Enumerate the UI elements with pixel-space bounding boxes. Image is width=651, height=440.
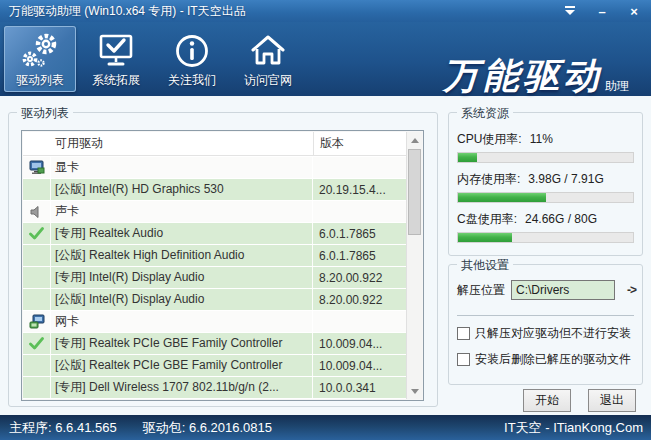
header-available-drivers: 可用驱动	[51, 132, 314, 155]
driver-name: [专用] Intel(R) Display Audio	[51, 267, 313, 288]
table-row[interactable]: 网卡	[23, 311, 406, 333]
delete-after-install-checkbox[interactable]	[457, 353, 470, 366]
cpu-usage-bar	[457, 152, 634, 163]
logo-suffix-text: 助理	[605, 79, 629, 93]
table-row[interactable]: 声卡	[23, 201, 406, 223]
speaker-icon	[23, 201, 51, 222]
table-row[interactable]: [专用] Dell Wireless 1707 802.11b/g/n (2..…	[23, 377, 406, 399]
table-row[interactable]: [公版] Intel(R) Display Audio8.20.00.922	[23, 289, 406, 311]
delete-after-install-option[interactable]: 安装后删除已解压的驱动文件	[457, 351, 631, 368]
category-name: 声卡	[51, 201, 313, 222]
home-icon	[248, 32, 288, 70]
settings-divider	[457, 315, 634, 316]
driver-table: 可用驱动 版本 显卡[公版] Intel(R) HD Graphics 5302…	[21, 130, 424, 401]
driver-version	[313, 201, 406, 222]
driver-name: [专用] Dell Wireless 1707 802.11b/g/n (2..…	[51, 377, 313, 398]
toolbar-item-label: 关注我们	[168, 72, 216, 89]
table-row[interactable]: [专用] Realtek PCIe GBE Family Controller1…	[23, 333, 406, 355]
memory-usage-bar	[457, 192, 634, 203]
driver-version	[313, 311, 406, 332]
main-program-version: 主程序: 6.6.41.565	[9, 419, 117, 437]
check-icon	[23, 333, 51, 354]
driver-list-group-title: 驱动列表	[17, 105, 73, 122]
driver-pack-version: 驱动包: 6.6.2016.0815	[143, 419, 272, 437]
check-icon	[23, 223, 51, 244]
extract-location-label: 解压位置	[457, 282, 505, 299]
driver-name: [专用] Realtek Audio	[51, 223, 313, 244]
cdrive-usage-value: 24.66G / 80G	[525, 212, 597, 226]
system-resources-group-title: 系统资源	[457, 105, 513, 122]
start-button[interactable]: 开始	[523, 389, 571, 412]
row-icon-placeholder	[23, 377, 51, 398]
info-circle-icon	[172, 32, 212, 70]
driver-version: 10.009.04...	[313, 333, 406, 354]
minimize-icon[interactable]: –	[591, 2, 613, 20]
cpu-usage-label: CPU使用率:	[457, 132, 522, 146]
table-row[interactable]: 显卡	[23, 157, 406, 179]
statusbar: 主程序: 6.6.41.565 驱动包: 6.6.2016.0815 IT天空 …	[0, 415, 651, 440]
other-settings-groupbox: 其他设置 解压位置 -> 只解压对应驱动但不进行安装 安装后删除已解压的驱动文件	[448, 264, 643, 385]
category-name: 显卡	[51, 157, 313, 178]
driver-name: [公版] Realtek PCIe GBE Family Controller	[51, 355, 313, 376]
network-icon	[23, 311, 51, 332]
driver-version: 8.20.00.922	[313, 267, 406, 288]
table-row[interactable]: [公版] Intel(R) HD Graphics 53020.19.15.4.…	[23, 179, 406, 201]
cdrive-usage-meter: C盘使用率:24.66G / 80G	[457, 211, 634, 243]
toolbar-item-label: 系统拓展	[92, 72, 140, 89]
driver-name: [公版] Realtek High Definition Audio	[51, 245, 313, 266]
driver-table-header: 可用驱动 版本	[23, 132, 406, 156]
header-icon-column	[23, 132, 51, 155]
driver-name: [公版] Intel(R) HD Graphics 530	[51, 179, 313, 200]
driver-version: 20.19.15.4...	[313, 179, 406, 200]
table-row[interactable]: [公版] Realtek High Definition Audio6.0.1.…	[23, 245, 406, 267]
driver-name: [专用] Realtek PCIe GBE Family Controller	[51, 333, 313, 354]
cdrive-usage-label: C盘使用率:	[457, 212, 517, 226]
exit-button[interactable]: 退出	[588, 389, 636, 412]
table-row[interactable]: [专用] Intel(R) Display Audio8.20.00.922	[23, 267, 406, 289]
row-icon-placeholder	[23, 267, 51, 288]
extract-path-input[interactable]	[511, 280, 615, 300]
browse-button[interactable]: ->	[627, 283, 636, 297]
toolbar-item-follow-us[interactable]: 关注我们	[156, 26, 228, 92]
driver-table-body: 显卡[公版] Intel(R) HD Graphics 53020.19.15.…	[23, 157, 406, 399]
toolbar-item-driver-list[interactable]: 驱动列表	[4, 26, 76, 92]
app-logo: 万能驱动助理	[443, 52, 629, 101]
gears-icon	[20, 32, 60, 70]
driver-version: 6.0.1.7865	[313, 245, 406, 266]
driver-version: 6.0.1.7865	[313, 223, 406, 244]
driver-version: 10.0.0.341	[313, 377, 406, 398]
vertical-scrollbar[interactable]	[406, 132, 422, 399]
scrollbar-thumb[interactable]	[408, 149, 421, 235]
close-icon[interactable]: ×	[623, 2, 645, 20]
cpu-usage-value: 11%	[530, 132, 553, 146]
driver-name: [公版] Intel(R) Display Audio	[51, 289, 313, 310]
table-row[interactable]: [专用] Realtek Audio6.0.1.7865	[23, 223, 406, 245]
driver-version: 10.009.04...	[313, 355, 406, 376]
extract-only-checkbox[interactable]	[457, 327, 470, 340]
header-version: 版本	[314, 132, 406, 155]
toolbar-item-label: 访问官网	[244, 72, 292, 89]
extract-only-label: 只解压对应驱动但不进行安装	[475, 325, 631, 342]
driver-version: 8.20.00.922	[313, 289, 406, 310]
row-icon-placeholder	[23, 289, 51, 310]
row-icon-placeholder	[23, 179, 51, 200]
toolbar-item-system-expansion[interactable]: 系统拓展	[80, 26, 152, 92]
app-window: 万能驱动助理 (Win10.x64 专用) - IT天空出品 – ×	[0, 0, 651, 440]
window-title: 万能驱动助理 (Win10.x64 专用) - IT天空出品	[0, 3, 246, 20]
scroll-up-icon[interactable]	[407, 132, 422, 148]
cdrive-usage-bar	[457, 232, 634, 243]
extract-only-option[interactable]: 只解压对应驱动但不进行安装	[457, 325, 631, 342]
memory-usage-meter: 内存使用率:3.98G / 7.91G	[457, 171, 634, 203]
other-settings-group-title: 其他设置	[457, 257, 513, 274]
category-name: 网卡	[51, 311, 313, 332]
row-icon-placeholder	[23, 355, 51, 376]
toolbar: 驱动列表 系统拓展 关注我们	[0, 22, 651, 96]
delete-after-install-label: 安装后删除已解压的驱动文件	[475, 351, 631, 368]
scroll-down-icon[interactable]	[407, 383, 422, 399]
menu-icon[interactable]	[559, 2, 581, 20]
system-resources-groupbox: 系统资源 CPU使用率:11% 内存使用率:3.98G / 7.91G C盘使用…	[448, 112, 643, 256]
site-link[interactable]: IT天空 - ITianKong.Com	[504, 419, 643, 437]
table-row[interactable]: [公版] Realtek PCIe GBE Family Controller1…	[23, 355, 406, 377]
driver-list-groupbox: 驱动列表 可用驱动 版本 显卡[公版] Intel(R) HD Graphics…	[8, 112, 438, 407]
toolbar-item-official-site[interactable]: 访问官网	[232, 26, 304, 92]
